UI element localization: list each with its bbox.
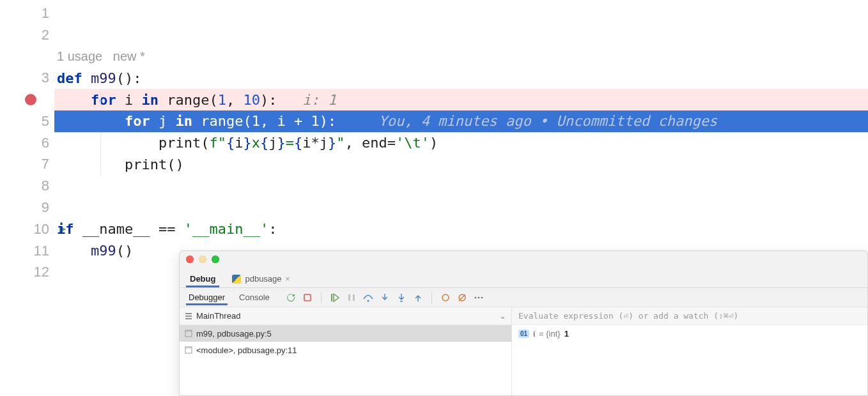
subtab-console[interactable]: Console xyxy=(236,290,272,305)
rerun-button[interactable] xyxy=(284,291,298,305)
line-number: 12 xyxy=(34,264,49,280)
line-number: 7 xyxy=(42,156,49,172)
step-into-button[interactable] xyxy=(378,291,392,305)
inline-variable-hint: i: 1 xyxy=(302,92,336,108)
svg-rect-1 xyxy=(304,294,311,301)
frame-icon xyxy=(185,346,192,354)
subtab-debugger[interactable]: Debugger xyxy=(186,290,228,305)
svg-point-13 xyxy=(481,296,483,298)
stack-frame[interactable]: <module>, pdbusage.py:11 xyxy=(180,342,511,358)
pause-button[interactable] xyxy=(345,291,359,305)
debug-tabrow: Debug pdbusage × xyxy=(180,268,867,288)
more-actions-button[interactable] xyxy=(472,291,486,305)
svg-rect-7 xyxy=(400,301,403,302)
python-file-icon xyxy=(232,275,241,284)
frame-icon xyxy=(185,330,192,337)
variable-row[interactable]: 01 i = {int} 1 xyxy=(512,325,867,342)
svg-rect-4 xyxy=(348,294,350,301)
chevron-down-icon: ⌄ xyxy=(499,311,506,321)
line-number: 6 xyxy=(42,135,49,151)
line-number: 2 xyxy=(42,27,49,43)
step-out-button[interactable] xyxy=(411,291,425,305)
line-number: 11 xyxy=(34,243,49,259)
evaluate-expression-input[interactable]: Evaluate expression (⏎) or add a watch (… xyxy=(512,307,867,325)
breakpoint-icon[interactable] xyxy=(25,94,36,105)
line-number: 8 xyxy=(42,178,49,194)
svg-point-6 xyxy=(367,300,369,301)
svg-point-12 xyxy=(478,296,480,298)
code-line-6[interactable]: print(f"{i}x{j}={i*j}", end='\t') xyxy=(54,132,868,154)
trace-button[interactable] xyxy=(455,291,469,305)
code-line-5-current[interactable]: for j in range(1, i + 1): You, 4 minutes… xyxy=(54,110,868,132)
code-line-4[interactable]: for i in range(1, 10): i: 1 xyxy=(54,89,868,110)
line-number: 10 xyxy=(34,221,49,238)
thread-selector[interactable]: MainThread ⌄ xyxy=(180,307,511,325)
svg-rect-2 xyxy=(331,294,332,301)
git-blame-inline: You, 4 minutes ago • Uncommitted changes xyxy=(378,113,717,129)
line-number: 5 xyxy=(42,113,49,130)
tab-debug[interactable]: Debug xyxy=(186,270,219,287)
stack-frame[interactable]: m99, pdbusage.py:5 xyxy=(180,325,511,342)
window-close-icon[interactable] xyxy=(186,255,194,263)
code-line-7[interactable]: print() xyxy=(54,154,868,176)
gutter: 1 2 3 4 5 6 7 8 9 10 11 12 xyxy=(0,0,54,283)
code-editor[interactable]: 1 2 3 4 5 6 7 8 9 10 11 12 1 usage new *… xyxy=(0,0,868,283)
step-over-button[interactable] xyxy=(361,291,375,305)
svg-point-8 xyxy=(442,294,449,301)
variables-pane[interactable]: Evaluate expression (⏎) or add a watch (… xyxy=(512,307,867,395)
svg-rect-18 xyxy=(185,330,192,332)
code-annotation[interactable]: 1 usage new * xyxy=(54,46,868,68)
code-line-10[interactable]: if __name__ == '__main__': xyxy=(54,218,868,240)
svg-point-11 xyxy=(475,296,477,298)
svg-rect-5 xyxy=(353,294,355,301)
evaluate-expression-button[interactable] xyxy=(438,291,453,305)
usages-hint[interactable]: 1 usage xyxy=(57,49,102,64)
stop-button[interactable] xyxy=(300,291,314,305)
code-area[interactable]: 1 usage new * def m99(): for i in range(… xyxy=(54,0,868,283)
line-number: 3 xyxy=(42,70,49,86)
threads-icon xyxy=(185,313,192,319)
window-titlebar[interactable] xyxy=(180,251,867,268)
author-hint[interactable]: new * xyxy=(113,49,145,64)
debug-tool-window[interactable]: Debug pdbusage × Debugger Console MainTh… xyxy=(179,250,868,396)
line-number: 9 xyxy=(42,199,49,216)
frames-pane[interactable]: MainThread ⌄ m99, pdbusage.py:5 <module>… xyxy=(180,307,512,395)
resume-button[interactable] xyxy=(328,291,342,305)
code-line-3[interactable]: def m99(): xyxy=(54,67,868,89)
window-minimize-icon[interactable] xyxy=(199,255,206,263)
window-zoom-icon[interactable] xyxy=(212,255,219,263)
svg-marker-3 xyxy=(334,294,339,301)
tab-run-config[interactable]: pdbusage × xyxy=(228,270,293,287)
line-number: 1 xyxy=(42,5,49,22)
close-icon[interactable]: × xyxy=(286,275,290,284)
debug-toolbar: Debugger Console xyxy=(180,288,867,307)
step-into-my-code-button[interactable] xyxy=(394,291,408,305)
svg-rect-20 xyxy=(185,347,192,349)
variable-badge: 01 xyxy=(518,330,529,338)
